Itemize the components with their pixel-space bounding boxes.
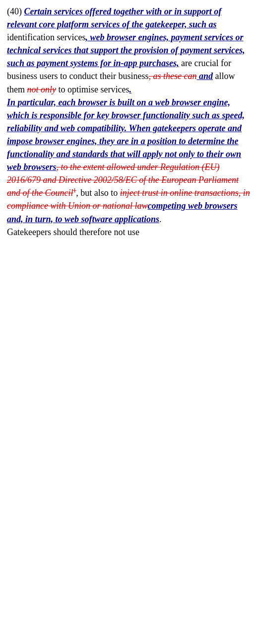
paragraph-number: (40) bbox=[7, 6, 24, 16]
segment-s11: . bbox=[129, 84, 131, 94]
segment-s10: to optimise services bbox=[56, 84, 129, 94]
segment-s20: Gatekeepers should therefore not use bbox=[7, 227, 139, 237]
segment-s13: In particular, each browser is built on … bbox=[7, 97, 245, 172]
segment-s7: and bbox=[196, 71, 213, 81]
segment-s3: identification services bbox=[7, 32, 85, 42]
segment-s6: , as these can bbox=[148, 71, 196, 81]
segment-s2: Certain services offered together with o… bbox=[7, 6, 221, 29]
segment-s9: not only bbox=[27, 84, 57, 94]
segment-s16: , but also to bbox=[76, 188, 120, 198]
segment-s19: . bbox=[159, 214, 162, 224]
main-text-block: (40) Certain services offered together w… bbox=[7, 5, 251, 239]
